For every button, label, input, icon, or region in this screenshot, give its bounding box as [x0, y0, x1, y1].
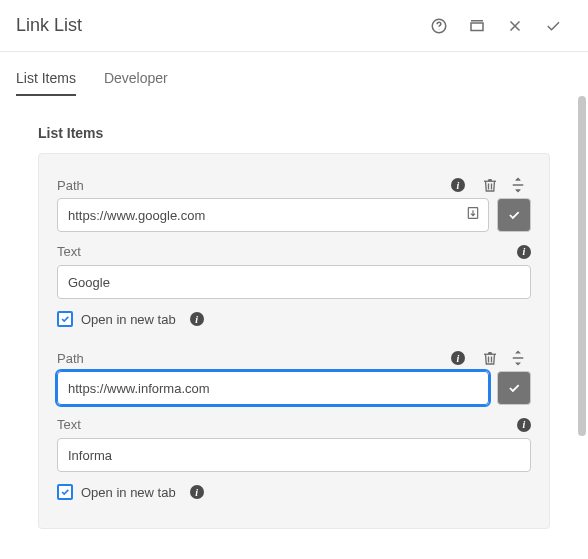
fullscreen-icon: [468, 17, 486, 35]
delete-item-button[interactable]: [477, 345, 503, 371]
confirm-button[interactable]: [534, 7, 572, 45]
path-label: Path: [57, 178, 445, 193]
open-new-tab-checkbox[interactable]: [57, 484, 73, 500]
info-icon[interactable]: i: [190, 485, 204, 499]
text-input[interactable]: [57, 265, 531, 299]
path-label: Path: [57, 351, 445, 366]
item-header: Path i: [57, 172, 531, 198]
check-icon: [507, 381, 521, 395]
reorder-icon: [509, 176, 527, 194]
reorder-item-button[interactable]: [505, 345, 531, 371]
picker-icon: [465, 205, 481, 221]
fullscreen-button[interactable]: [458, 7, 496, 45]
scrollbar-thumb[interactable]: [578, 96, 586, 436]
reorder-icon: [509, 349, 527, 367]
delete-item-button[interactable]: [477, 172, 503, 198]
reorder-item-button[interactable]: [505, 172, 531, 198]
svg-rect-3: [513, 184, 524, 186]
text-label: Text: [57, 417, 511, 432]
checkmark-icon: [60, 487, 70, 497]
path-input[interactable]: [57, 371, 489, 405]
text-input[interactable]: [57, 438, 531, 472]
list-item: Path i Text i: [57, 345, 531, 500]
open-new-tab-checkbox[interactable]: [57, 311, 73, 327]
close-icon: [506, 17, 524, 35]
trash-icon: [481, 349, 499, 367]
info-icon[interactable]: i: [190, 312, 204, 326]
path-apply-button[interactable]: [497, 371, 531, 405]
text-label: Text: [57, 244, 511, 259]
info-icon[interactable]: i: [517, 245, 531, 259]
svg-rect-5: [513, 357, 524, 359]
tab-list-items[interactable]: List Items: [16, 62, 76, 96]
path-input[interactable]: [57, 198, 489, 232]
content-panel: List Items Path i: [0, 97, 588, 556]
item-header: Path i: [57, 345, 531, 371]
close-button[interactable]: [496, 7, 534, 45]
check-icon: [544, 17, 562, 35]
info-icon[interactable]: i: [517, 418, 531, 432]
multifield-container: Path i: [38, 153, 550, 529]
tab-bar: List Items Developer: [0, 62, 588, 97]
open-new-tab-label: Open in new tab: [81, 485, 176, 500]
checkmark-icon: [60, 314, 70, 324]
info-icon[interactable]: i: [451, 178, 465, 192]
help-icon: [430, 17, 448, 35]
path-picker-button[interactable]: [465, 205, 481, 225]
svg-point-1: [439, 29, 440, 30]
help-button[interactable]: [420, 7, 458, 45]
section-heading: List Items: [38, 125, 550, 141]
info-icon[interactable]: i: [451, 351, 465, 365]
open-new-tab-label: Open in new tab: [81, 312, 176, 327]
scrollbar-track[interactable]: [576, 96, 588, 559]
path-apply-button[interactable]: [497, 198, 531, 232]
trash-icon: [481, 176, 499, 194]
svg-rect-2: [471, 23, 483, 31]
check-icon: [507, 208, 521, 222]
tab-developer[interactable]: Developer: [104, 62, 168, 96]
dialog-header: Link List: [0, 0, 588, 52]
dialog-title: Link List: [16, 15, 420, 36]
list-item: Path i: [57, 172, 531, 327]
